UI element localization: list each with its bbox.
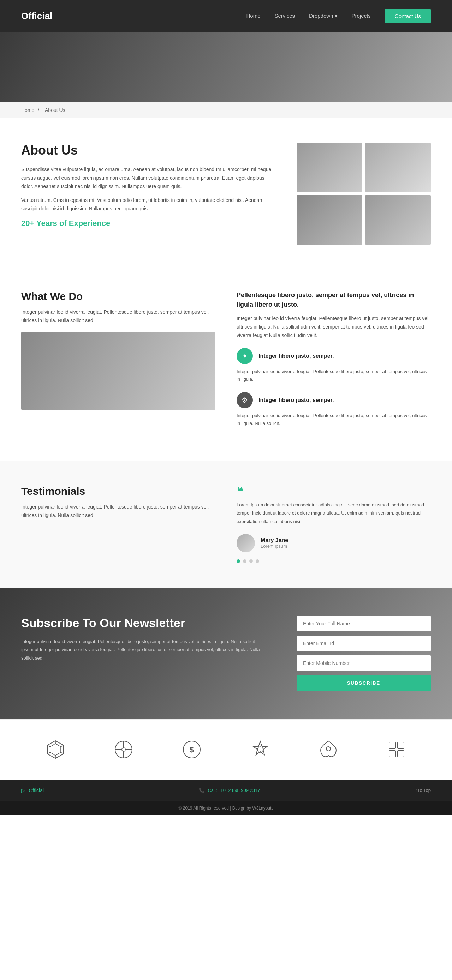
years-experience: 20+ Years of Experience <box>21 219 275 228</box>
brand-logo-3: $ <box>179 737 204 762</box>
mobile-input[interactable] <box>297 655 431 671</box>
author-name: Mary Jane <box>260 537 288 544</box>
about-image-3 <box>297 195 362 245</box>
breadcrumb-separator: / <box>38 107 39 113</box>
newsletter-heading: Subscribe To Our Newsletter <box>21 616 268 630</box>
header: Official Home Services Dropdown ▾ Projec… <box>0 0 452 32</box>
nav-dropdown[interactable]: Dropdown ▾ <box>309 13 338 19</box>
svg-point-20 <box>326 747 331 751</box>
brand-logo-1 <box>43 737 68 762</box>
svg-line-3 <box>61 745 64 747</box>
testimonial-dots <box>236 559 431 563</box>
breadcrumb-current: About Us <box>45 107 65 113</box>
what-heading: What We Do <box>21 290 216 302</box>
about-paragraph-2: Varius rutrum. Cras in egestas mi. Vesti… <box>21 196 275 213</box>
about-image-1 <box>297 143 362 192</box>
dot-2[interactable] <box>243 559 246 563</box>
nav-home[interactable]: Home <box>246 13 260 19</box>
dot-3[interactable] <box>249 559 253 563</box>
logos-section: $ <box>0 719 452 780</box>
newsletter-section: Subscribe To Our Newsletter Integer pulv… <box>0 587 452 719</box>
to-top-button[interactable]: ↑To Top <box>415 788 431 793</box>
feature-desc-2: Integer pulvinar leo id viverra feugiat.… <box>236 412 431 427</box>
testimonials-section: Testimonials Integer pulvinar leo id viv… <box>0 461 452 587</box>
testimonials-left: Testimonials Integer pulvinar leo id viv… <box>21 485 216 563</box>
header-logo: Official <box>21 11 246 22</box>
svg-rect-24 <box>398 751 404 757</box>
testimonials-right: ❝ Lorem ipsum dolor sit amet consectetur… <box>236 485 431 563</box>
breadcrumb: Home / About Us <box>0 102 452 118</box>
testimonial-quote: Lorem ipsum dolor sit amet consectetur a… <box>236 501 431 525</box>
svg-rect-22 <box>398 742 404 748</box>
author-avatar <box>236 534 255 552</box>
brand-logo-4 <box>248 737 273 762</box>
about-image-2 <box>365 143 431 192</box>
name-input[interactable] <box>297 616 431 632</box>
brand-logo-2 <box>111 737 136 762</box>
breadcrumb-home[interactable]: Home <box>21 107 34 113</box>
feature-item-2: ⚙ Integer libero justo, semper. Integer … <box>236 392 431 427</box>
what-right-desc: Integer pulvinar leo id viverra feugiat.… <box>236 315 431 339</box>
testimonials-heading: Testimonials <box>21 485 216 497</box>
years-label: Years of Experience <box>34 219 110 228</box>
main-nav: Home Services Dropdown ▾ Projects <box>246 13 371 19</box>
what-left: What We Do Integer pulvinar leo id viver… <box>21 290 216 436</box>
feature-title-2: Integer libero justo, semper. <box>259 397 334 403</box>
email-input[interactable] <box>297 636 431 651</box>
quote-mark: ❝ <box>236 485 431 498</box>
dot-4[interactable] <box>256 559 259 563</box>
svg-marker-1 <box>50 743 61 756</box>
newsletter-right: SUBSCRIBE <box>297 616 431 691</box>
about-images <box>297 143 431 245</box>
brand-logo-5 <box>316 737 341 762</box>
svg-rect-21 <box>389 742 396 748</box>
author-info: Mary Jane Lorem ipsum <box>260 537 288 549</box>
hero-image <box>0 32 452 102</box>
svg-line-4 <box>61 752 64 754</box>
about-paragraph-1: Suspendisse vitae vulputate ligula, ac o… <box>21 165 275 191</box>
about-section: About Us Suspendisse vitae vulputate lig… <box>0 118 452 266</box>
years-number: 20+ <box>21 219 34 228</box>
newsletter-left: Subscribe To Our Newsletter Integer pulv… <box>21 616 268 662</box>
contact-us-button[interactable]: Contact Us <box>385 9 431 23</box>
what-image <box>21 332 216 410</box>
about-image-4 <box>365 195 431 245</box>
footer-call-label: Call: <box>208 788 217 793</box>
author-title: Lorem ipsum <box>260 544 288 549</box>
svg-point-9 <box>122 748 125 751</box>
footer-call-number: +012 898 909 2317 <box>220 788 260 793</box>
svg-rect-23 <box>389 751 396 757</box>
feature-desc-1: Integer pulvinar leo id viverra feugiat.… <box>236 368 431 383</box>
footer-logo: ▷ Official <box>21 788 46 794</box>
feature-title-1: Integer libero justo, semper. <box>259 353 334 359</box>
feature-icon-1: ✦ <box>236 348 253 364</box>
newsletter-description: Integer pulvinar leo id viverra feugiat.… <box>21 637 268 662</box>
what-we-do-section: What We Do Integer pulvinar leo id viver… <box>0 266 452 461</box>
footer: ▷ Official 📞 Call: +012 898 909 2317 ↑To… <box>0 780 452 802</box>
what-right-heading: Pellentesque libero justo, semper at tem… <box>236 290 431 310</box>
dot-1[interactable] <box>236 559 240 563</box>
nav-services[interactable]: Services <box>275 13 295 19</box>
what-description: Integer pulvinar leo id viverra feugiat.… <box>21 308 216 325</box>
svg-line-6 <box>47 752 50 754</box>
subscribe-button[interactable]: SUBSCRIBE <box>297 675 431 691</box>
footer-call: 📞 Call: +012 898 909 2317 <box>199 788 262 793</box>
footer-logo-icon: ▷ <box>21 788 25 793</box>
svg-text:$: $ <box>190 745 194 754</box>
what-right: Pellentesque libero justo, semper at tem… <box>236 290 431 436</box>
testimonials-description: Integer pulvinar leo id viverra feugiat.… <box>21 503 216 520</box>
about-left: About Us Suspendisse vitae vulputate lig… <box>21 143 275 245</box>
footer-call-icon: 📞 <box>199 788 204 793</box>
footer-copyright: © 2019 All Rights reserved | Design by W… <box>0 802 452 815</box>
svg-marker-18 <box>253 741 267 755</box>
about-heading: About Us <box>21 143 275 158</box>
nav-projects[interactable]: Projects <box>352 13 371 19</box>
brand-logo-6 <box>384 737 409 762</box>
testimonial-author: Mary Jane Lorem ipsum <box>236 534 431 552</box>
svg-line-7 <box>47 745 50 747</box>
feature-icon-2: ⚙ <box>236 392 253 408</box>
feature-item-1: ✦ Integer libero justo, semper. Integer … <box>236 348 431 383</box>
footer-logo-text: Official <box>29 788 44 793</box>
hero-section <box>0 32 452 102</box>
